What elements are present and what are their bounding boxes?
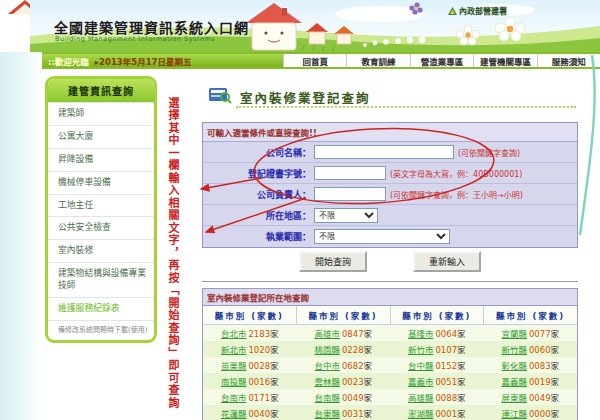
- table-cell: 花蓮縣0040家: [203, 405, 297, 420]
- table-cell: 高雄市0847家: [297, 325, 391, 341]
- business-scope-select[interactable]: 不限: [314, 229, 450, 244]
- certificate-number-input[interactable]: [314, 166, 386, 180]
- table-row: 花蓮縣0040家台東縣0031家澎湖縣0001家連江縣0000家: [203, 405, 577, 420]
- county-link[interactable]: 台中市: [314, 361, 340, 371]
- sidebar-item-apartment-building[interactable]: 公寓大廈: [48, 125, 154, 148]
- county-link[interactable]: 嘉義市: [408, 377, 434, 387]
- nav-item-construction-industry[interactable]: 營造業專區: [410, 54, 473, 67]
- annotation-vertical-text: 選擇其中一欄輸入相關文字，再按「開始查詢」即可查詢: [167, 97, 178, 417]
- county-link[interactable]: 新竹市: [408, 345, 434, 355]
- county-link[interactable]: 雲林縣: [314, 377, 340, 387]
- county-count: 0152: [435, 361, 457, 371]
- sidebar-item-public-safety-inspection[interactable]: 公共安全檢查: [48, 216, 154, 239]
- county-link[interactable]: 台中縣: [408, 361, 434, 371]
- welcome-zone: ::歡迎光臨 ▸2013年5月17日星期五: [40, 54, 283, 67]
- location-select[interactable]: 不限: [314, 208, 378, 223]
- count-unit: 家: [457, 377, 466, 387]
- table-cell: 新北市1020家: [203, 341, 297, 357]
- section-divider: [202, 281, 578, 282]
- count-unit: 家: [551, 393, 560, 403]
- site-subtitle: Building Management Information Systems: [55, 35, 215, 43]
- nav-item-service-notice[interactable]: 服務須知: [537, 54, 600, 67]
- county-link[interactable]: 南投縣: [221, 377, 247, 387]
- county-link[interactable]: 桃園縣: [314, 345, 340, 355]
- table-cell: 台中市0682家: [297, 357, 391, 373]
- county-link[interactable]: 台東縣: [314, 409, 340, 419]
- county-link[interactable]: 新竹縣: [501, 345, 527, 355]
- county-link[interactable]: 花蓮縣: [221, 409, 247, 419]
- search-button[interactable]: 開始查詢: [299, 251, 367, 272]
- count-unit: 家: [270, 361, 279, 371]
- sidebar-item-elevator-equipment[interactable]: 昇降設備: [48, 148, 154, 171]
- count-unit: 家: [270, 377, 279, 387]
- county-link[interactable]: 澎湖縣: [408, 409, 434, 419]
- table-row: 台北市2183家高雄市0847家基隆市0064家宜蘭縣0077家: [203, 325, 577, 341]
- county-link[interactable]: 嘉義縣: [501, 377, 527, 387]
- county-link[interactable]: 苗栗縣: [221, 361, 247, 371]
- county-count: 0001: [435, 409, 457, 419]
- county-count: 0077: [529, 329, 551, 339]
- table-cell: 台南市0171家: [203, 389, 297, 405]
- table-cell: 宜蘭縣0077家: [484, 325, 578, 341]
- county-count: 0060: [529, 345, 551, 355]
- page-title: 室內裝修業登記查詢: [240, 88, 371, 107]
- table-cell: 嘉義市0051家: [390, 373, 484, 389]
- county-link[interactable]: 屏東縣: [501, 393, 527, 403]
- table-cell: 桃園縣0228家: [297, 341, 391, 357]
- sidebar-item-mechanical-parking[interactable]: 機械停車設備: [48, 171, 154, 194]
- count-unit: 家: [364, 361, 373, 371]
- sidebar: 建管資訊查詢 建築師公寓大廈昇降設備機械停車設備工地主任公共安全檢查室內裝修建築…: [45, 76, 157, 343]
- table-cell: 台中縣0152家: [390, 357, 484, 373]
- column-header: 縣市別 (家數): [483, 306, 577, 324]
- count-unit: 家: [551, 329, 560, 339]
- report-search-icon: [208, 86, 232, 104]
- county-count: 0019: [529, 377, 551, 387]
- county-link[interactable]: 彰化縣: [501, 361, 527, 371]
- table-row: 台南市0171家台南縣0049家高雄縣0088家屏東縣0049家: [203, 389, 577, 405]
- column-header: 縣市別 (家數): [390, 306, 484, 324]
- county-link[interactable]: 高雄縣: [408, 393, 434, 403]
- company-name-input[interactable]: [314, 145, 454, 159]
- table-row: 新北市1020家桃園縣0228家新竹市0107家新竹縣0060家: [203, 341, 577, 357]
- county-count: 0023: [342, 377, 364, 387]
- company-name-row: 公司名稱：(可依關鍵字查詢): [203, 142, 577, 163]
- county-link[interactable]: 台北市: [221, 329, 247, 339]
- count-unit: 家: [270, 329, 279, 339]
- table-cell: 雲林縣0023家: [297, 373, 391, 389]
- nav-item-education-training[interactable]: 教育訓練: [346, 54, 409, 67]
- sidebar-title: 建管資訊查詢: [48, 79, 154, 102]
- certificate-number-hint: (英文字母為大寫，例：40B000001): [390, 168, 522, 179]
- certificate-number-label: 登記證書字號：: [203, 167, 311, 180]
- county-count: 0000: [529, 409, 551, 419]
- sidebar-item-interior-renovation[interactable]: 室內裝修: [48, 239, 154, 262]
- county-count: 0064: [435, 329, 457, 339]
- nav-item-home[interactable]: 回首頁: [283, 54, 346, 67]
- county-link[interactable]: 高雄市: [314, 329, 340, 339]
- table-cell: 彰化縣0083家: [484, 357, 578, 373]
- sidebar-item-structure-equipment-engineer[interactable]: 建築物結構與設備專業技師: [48, 262, 154, 297]
- certificate-number-row: 登記證書字號：(英文字母為大寫，例：40B000001): [203, 163, 577, 184]
- sidebar-item-site-director[interactable]: 工地主任: [48, 194, 154, 217]
- county-count: 0031: [342, 409, 364, 419]
- table-row: 南投縣0016家雲林縣0023家嘉義市0051家嘉義縣0019家: [203, 373, 577, 389]
- county-link[interactable]: 台南市: [221, 393, 247, 403]
- county-link[interactable]: 基隆市: [408, 329, 434, 339]
- table-cell: 高雄縣0088家: [390, 389, 484, 405]
- count-unit: 家: [457, 329, 466, 339]
- county-link[interactable]: 宜蘭縣: [501, 329, 527, 339]
- table-cell: 台南縣0049家: [297, 389, 391, 405]
- table-cell: 台北市2183家: [203, 325, 297, 341]
- county-table: 室內裝修業登記所在地查詢 縣市別 (家數)縣市別 (家數)縣市別 (家數)縣市別…: [202, 288, 578, 420]
- county-link[interactable]: 連江縣: [501, 409, 527, 419]
- county-count: 0049: [342, 393, 364, 403]
- reset-button[interactable]: 重新輸入: [413, 251, 481, 272]
- county-link[interactable]: 台南縣: [314, 393, 340, 403]
- county-link[interactable]: 新北市: [221, 345, 247, 355]
- county-count: 0847: [342, 329, 364, 339]
- agency-link[interactable]: 內政部營建署: [448, 5, 507, 16]
- company-owner-input[interactable]: [314, 187, 386, 201]
- sidebar-item-architect[interactable]: 建築師: [48, 102, 154, 125]
- sidebar-item-maintenance-record-form[interactable]: 維護服務紀錄表: [48, 297, 154, 320]
- nav-item-building-authority[interactable]: 建管機關專區: [473, 54, 536, 67]
- table-cell: 連江縣0000家: [484, 405, 578, 420]
